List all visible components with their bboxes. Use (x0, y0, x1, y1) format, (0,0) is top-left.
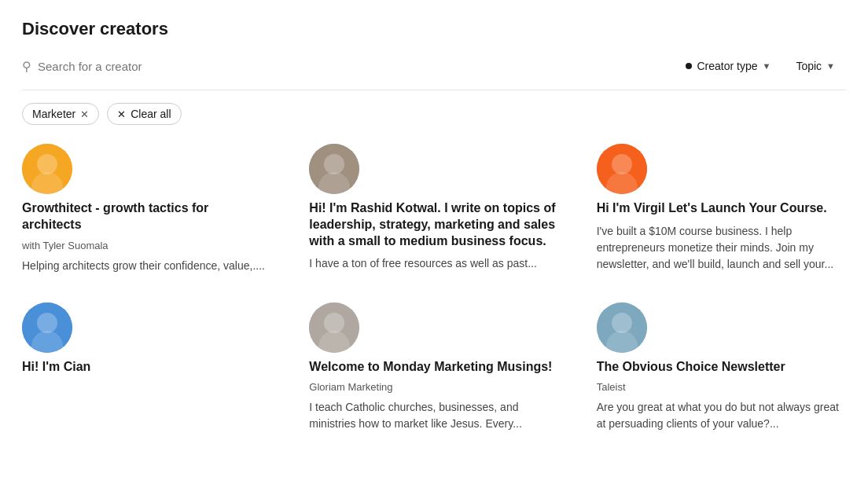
creator-description: Helping architects grow their confidence… (22, 258, 271, 274)
creator-type-label: Creator type (697, 60, 757, 72)
clear-all-label: Clear all (131, 108, 171, 120)
creator-card[interactable]: Growthitect - growth tactics for archite… (22, 144, 271, 274)
creator-name: Welcome to Monday Marketing Musings! (309, 359, 558, 376)
creator-name: Hi! I'm Cian (22, 359, 271, 376)
creator-name: The Obvious Choice Newsletter (597, 359, 846, 376)
creator-name: Hi! I'm Rashid Kotwal. I write on topics… (309, 200, 558, 249)
topic-chevron-icon: ▼ (826, 61, 835, 71)
creator-avatar (597, 302, 647, 353)
topic-label: Topic (796, 60, 822, 72)
filter-buttons: Creator type ▼ Topic ▼ (675, 55, 846, 77)
creator-description: I teach Catholic churches, businesses, a… (309, 399, 558, 432)
marketer-remove-icon[interactable]: ✕ (80, 108, 89, 120)
marketer-filter-tag[interactable]: Marketer ✕ (22, 103, 99, 125)
creator-name: Growthitect - growth tactics for archite… (22, 200, 271, 233)
svg-point-13 (324, 313, 344, 333)
creator-description: Are you great at what you do but not alw… (597, 399, 846, 432)
active-filters: Marketer ✕ ✕ Clear all (22, 103, 846, 125)
creators-grid: Growthitect - growth tactics for archite… (22, 144, 846, 432)
topic-filter-button[interactable]: Topic ▼ (785, 55, 846, 77)
creator-description: I have a ton of free resources as well a… (309, 255, 558, 272)
creator-description: I've built a $10M course business. I hel… (597, 223, 846, 273)
creator-subtitle: with Tyler Suomala (22, 240, 271, 251)
search-input[interactable] (38, 60, 211, 73)
creator-card[interactable]: Hi! I'm Cian (22, 302, 271, 433)
creator-avatar (22, 144, 72, 194)
clear-all-x-icon: ✕ (117, 108, 126, 120)
creator-card[interactable]: Hi I'm Virgil Let's Launch Your Course. … (597, 144, 846, 274)
search-box: ⚲ (22, 59, 665, 74)
creator-name: Hi I'm Virgil Let's Launch Your Course. (597, 200, 846, 217)
creator-card[interactable]: Welcome to Monday Marketing Musings! Glo… (309, 302, 558, 433)
search-icon: ⚲ (22, 59, 31, 74)
svg-point-1 (37, 154, 57, 174)
creator-type-filter-button[interactable]: Creator type ▼ (675, 55, 782, 77)
search-filter-bar: ⚲ Creator type ▼ Topic ▼ (22, 55, 846, 90)
creator-subtitle: Taleist (597, 381, 846, 393)
creator-type-chevron-icon: ▼ (763, 61, 771, 71)
creator-avatar (22, 302, 72, 353)
page-title: Discover creators (22, 19, 846, 39)
creator-avatar (597, 144, 647, 194)
svg-point-4 (324, 154, 344, 174)
svg-point-10 (37, 313, 57, 333)
creator-avatar (309, 144, 359, 194)
marketer-tag-label: Marketer (32, 108, 75, 120)
creator-type-dot (686, 63, 692, 69)
creator-card[interactable]: The Obvious Choice Newsletter Taleist Ar… (597, 302, 846, 433)
svg-point-16 (612, 313, 632, 333)
creator-avatar (309, 302, 359, 353)
svg-point-7 (612, 154, 632, 174)
clear-all-button[interactable]: ✕ Clear all (107, 103, 181, 125)
creator-subtitle: Gloriam Marketing (309, 381, 558, 393)
creator-card[interactable]: Hi! I'm Rashid Kotwal. I write on topics… (309, 144, 558, 274)
